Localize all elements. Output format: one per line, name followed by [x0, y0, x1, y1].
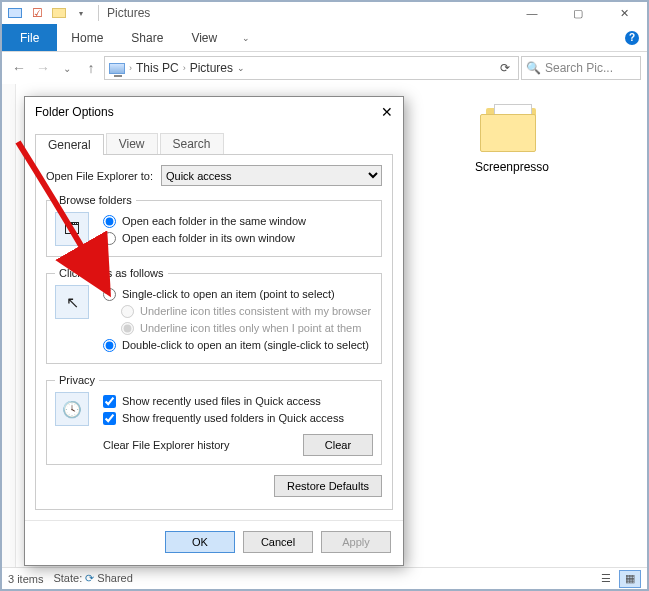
radio-underline-point-label: Underline icon titles only when I point … [140, 321, 361, 336]
tab-view[interactable]: View [106, 133, 158, 154]
item-count: 3 items [8, 573, 43, 585]
dialog-footer: OK Cancel Apply [25, 520, 403, 565]
chevron-right-icon[interactable]: › [183, 63, 186, 73]
folder-label: Screenpresso [462, 160, 562, 174]
window-controls: — ▢ ✕ [509, 2, 647, 24]
radio-underline-browser [121, 305, 134, 318]
refresh-button[interactable]: ⟳ [496, 61, 514, 75]
restore-defaults-button[interactable]: Restore Defaults [274, 475, 382, 497]
radio-underline-point [121, 322, 134, 335]
state-label: State: ⟳ Shared [53, 572, 132, 585]
click-items-group: Click items as follows ↖ Single-click to… [46, 267, 382, 364]
status-bar: 3 items State: ⟳ Shared ☰ ▦ [2, 567, 647, 589]
large-icons-view-button[interactable]: ▦ [619, 570, 641, 588]
check-freq-folders[interactable] [103, 412, 116, 425]
radio-single-click[interactable] [103, 288, 116, 301]
breadcrumb-this-pc[interactable]: This PC [136, 61, 179, 75]
forward-button[interactable]: → [32, 57, 54, 79]
dialog-titlebar[interactable]: Folder Options ✕ [25, 97, 403, 127]
dialog-close-button[interactable]: ✕ [381, 104, 393, 120]
dialog-title: Folder Options [35, 105, 114, 119]
search-placeholder: Search Pic... [545, 61, 613, 75]
address-bar[interactable]: › This PC › Pictures ⌄ ⟳ [104, 56, 519, 80]
privacy-legend: Privacy [55, 374, 99, 386]
dialog-tabs: General View Search [35, 133, 393, 155]
ok-button[interactable]: OK [165, 531, 235, 553]
clear-history-label: Clear File Explorer history [103, 439, 230, 451]
browse-folders-group: Browse folders 🗔 Open each folder in the… [46, 194, 382, 257]
check-freq-folders-label: Show frequently used folders in Quick ac… [122, 411, 344, 426]
radio-same-window-label: Open each folder in the same window [122, 214, 306, 229]
browse-folders-legend: Browse folders [55, 194, 136, 206]
radio-own-window[interactable] [103, 232, 116, 245]
details-view-button[interactable]: ☰ [595, 570, 617, 588]
tab-general[interactable]: General [35, 134, 104, 155]
breadcrumb-pictures[interactable]: Pictures [190, 61, 233, 75]
separator [98, 5, 99, 21]
pc-icon [109, 63, 125, 74]
radio-underline-browser-label: Underline icon titles consistent with my… [140, 304, 371, 319]
radio-single-click-label: Single-click to open an item (point to s… [122, 287, 335, 302]
tab-search[interactable]: Search [160, 133, 224, 154]
tab-panel-general: Open File Explorer to: Quick access Brow… [35, 155, 393, 510]
cancel-button[interactable]: Cancel [243, 531, 313, 553]
check-recent-files[interactable] [103, 395, 116, 408]
nav-pane[interactable] [2, 84, 16, 567]
properties-icon[interactable]: ☑ [28, 5, 46, 21]
recent-locations-button[interactable]: ⌄ [56, 57, 78, 79]
view-switcher: ☰ ▦ [595, 570, 641, 588]
app-icon [6, 5, 24, 21]
apply-button[interactable]: Apply [321, 531, 391, 553]
privacy-icon: 🕓 [55, 392, 89, 426]
radio-double-click-label: Double-click to open an item (single-cli… [122, 338, 369, 353]
clear-button[interactable]: Clear [303, 434, 373, 456]
file-tab[interactable]: File [2, 24, 57, 51]
radio-double-click[interactable] [103, 339, 116, 352]
address-bar-row: ← → ⌄ ↑ › This PC › Pictures ⌄ ⟳ 🔍 Searc… [2, 52, 647, 84]
click-items-legend: Click items as follows [55, 267, 168, 279]
folder-options-dialog: Folder Options ✕ General View Search Ope… [24, 96, 404, 566]
back-button[interactable]: ← [8, 57, 30, 79]
search-icon: 🔍 [526, 61, 541, 75]
ribbon-tabs: File Home Share View ⌄ ? [2, 24, 647, 52]
address-dropdown-icon[interactable]: ⌄ [233, 63, 249, 73]
privacy-group: Privacy 🕓 Show recently used files in Qu… [46, 374, 382, 465]
folder-icon [480, 104, 544, 154]
click-icon: ↖ [55, 285, 89, 319]
qat-dropdown-icon[interactable]: ▾ [72, 5, 90, 21]
open-to-label: Open File Explorer to: [46, 170, 153, 182]
chevron-right-icon[interactable]: › [129, 63, 132, 73]
tab-share[interactable]: Share [117, 24, 177, 51]
tab-view[interactable]: View [177, 24, 231, 51]
browse-icon: 🗔 [55, 212, 89, 246]
tab-home[interactable]: Home [57, 24, 117, 51]
help-button[interactable]: ? [617, 24, 647, 51]
check-recent-files-label: Show recently used files in Quick access [122, 394, 321, 409]
open-to-select[interactable]: Quick access [161, 165, 382, 186]
radio-same-window[interactable] [103, 215, 116, 228]
new-folder-icon[interactable] [50, 5, 68, 21]
up-button[interactable]: ↑ [80, 57, 102, 79]
window-title: Pictures [107, 6, 150, 20]
minimize-button[interactable]: — [509, 2, 555, 24]
folder-item-screenpresso[interactable]: Screenpresso [462, 104, 562, 174]
ribbon-expand-icon[interactable]: ⌄ [231, 24, 261, 51]
search-input[interactable]: 🔍 Search Pic... [521, 56, 641, 80]
radio-own-window-label: Open each folder in its own window [122, 231, 295, 246]
close-button[interactable]: ✕ [601, 2, 647, 24]
maximize-button[interactable]: ▢ [555, 2, 601, 24]
